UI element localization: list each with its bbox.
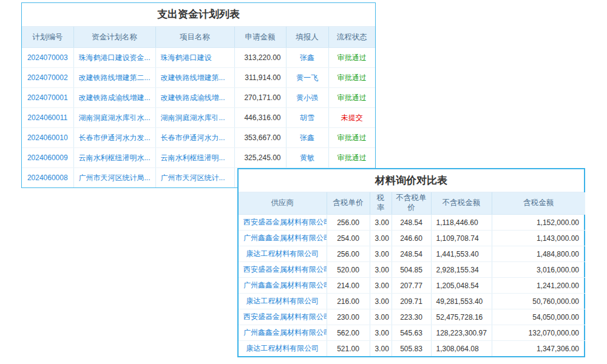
untaxed-amount-cell: 128,223,300.97 <box>431 325 492 341</box>
plan-no-cell[interactable]: 2024060009 <box>22 148 73 168</box>
untaxed-unit-price-cell: 207.77 <box>392 278 431 294</box>
untaxed-unit-price-cell: 505.83 <box>392 341 431 357</box>
apply-amount-cell: 313,220.00 <box>234 48 286 68</box>
taxed-unit-price-cell: 256.00 <box>327 215 370 231</box>
apply-amount-cell: 311,914.00 <box>234 68 286 88</box>
taxed-amount-cell: 1,484,800.00 <box>492 246 585 262</box>
table-row: 西安盛器金属材料有限公司230.003.00223.3052,475,728.1… <box>239 309 585 325</box>
column-header-process-status: 流程状态 <box>328 27 375 48</box>
plan-no-cell[interactable]: 2024060008 <box>22 168 73 188</box>
table-row: 2024060009云南水利枢纽潜明水...云南水利枢纽潜明...325,245… <box>22 148 375 168</box>
untaxed-amount-cell: 52,475,728.16 <box>431 309 492 325</box>
project-name-cell[interactable]: 改建铁路线增建第... <box>155 68 234 88</box>
plan-name-cell[interactable]: 广州市天河区统计局... <box>73 168 155 188</box>
supplier-cell[interactable]: 康达工程材料有限公司 <box>239 294 327 309</box>
plan-no-cell[interactable]: 2024070003 <box>22 48 73 68</box>
filler-cell[interactable]: 黄小强 <box>286 88 328 108</box>
column-header-taxed-unit-price: 含税单价 <box>327 192 370 215</box>
taxed-amount-cell: 1,241,200.00 <box>492 278 585 294</box>
screen: 支出资金计划列表 计划编号资金计划名称项目名称申请金额填报人流程状态202407… <box>0 0 607 364</box>
project-name-cell[interactable]: 广州市天河区统计... <box>155 168 234 188</box>
taxed-amount-cell: 1,347,306.00 <box>492 341 585 357</box>
header-row: 计划编号资金计划名称项目名称申请金额填报人流程状态 <box>22 27 375 48</box>
untaxed-amount-cell: 1,118,446.60 <box>431 215 492 231</box>
untaxed-unit-price-cell: 248.54 <box>392 215 431 231</box>
header-row: 供应商含税单价税率不含税单价不含税金额含税金额 <box>239 192 585 215</box>
project-name-cell[interactable]: 长春市伊通河水力... <box>155 128 234 148</box>
untaxed-unit-price-cell: 246.60 <box>392 231 431 246</box>
project-name-cell[interactable]: 云南水利枢纽潜明... <box>155 148 234 168</box>
untaxed-unit-price-cell: 223.30 <box>392 309 431 325</box>
tax-rate-cell: 3.00 <box>370 246 392 262</box>
tax-rate-cell: 3.00 <box>370 262 392 278</box>
table-row: 广州鑫鑫金属材料有限公司214.003.00207.771,205,048.54… <box>239 278 585 294</box>
process-status-cell: 审批通过 <box>328 48 375 68</box>
apply-amount-cell: 353,667.00 <box>234 128 286 148</box>
supplier-cell[interactable]: 西安盛器金属材料有限公司 <box>239 215 327 231</box>
filler-cell[interactable]: 张鑫 <box>286 128 328 148</box>
taxed-unit-price-cell: 216.00 <box>327 294 370 309</box>
plan-name-cell[interactable]: 改建铁路成渝线增建... <box>73 88 155 108</box>
project-name-cell[interactable]: 湖南洞庭湖水库引... <box>155 108 234 128</box>
plan-no-cell[interactable]: 2024070002 <box>22 68 73 88</box>
tax-rate-cell: 3.00 <box>370 309 392 325</box>
supplier-cell[interactable]: 广州鑫鑫金属材料有限公司 <box>239 278 327 294</box>
column-header-tax-rate: 税率 <box>370 192 392 215</box>
tax-rate-cell: 3.00 <box>370 231 392 246</box>
plan-name-cell[interactable]: 长春市伊通河水力发... <box>73 128 155 148</box>
plan-no-cell[interactable]: 2024070001 <box>22 88 73 108</box>
expense-plan-table: 计划编号资金计划名称项目名称申请金额填报人流程状态2024070003珠海鹤港口… <box>22 27 375 187</box>
plan-no-cell[interactable]: 2024060010 <box>22 128 73 148</box>
plan-name-cell[interactable]: 改建铁路线增建第二... <box>73 68 155 88</box>
column-header-plan-name: 资金计划名称 <box>73 27 155 48</box>
untaxed-unit-price-cell: 248.54 <box>392 246 431 262</box>
process-status-cell: 审批通过 <box>328 128 375 148</box>
material-inquiry-title: 材料询价对比表 <box>239 169 584 192</box>
untaxed-amount-cell: 2,928,155.34 <box>431 262 492 278</box>
material-inquiry-table: 供应商含税单价税率不含税单价不含税金额含税金额西安盛器金属材料有限公司256.0… <box>239 192 585 356</box>
table-row: 2024060010长春市伊通河水力发...长春市伊通河水力...353,667… <box>22 128 375 148</box>
column-header-supplier: 供应商 <box>239 192 327 215</box>
column-header-apply-amount: 申请金额 <box>234 27 286 48</box>
project-name-cell[interactable]: 改建铁路成渝线增... <box>155 88 234 108</box>
table-row: 2024070003珠海鹤港口建设资金...珠海鹤港口建设313,220.00张… <box>22 48 375 68</box>
untaxed-unit-price-cell: 545.63 <box>392 325 431 341</box>
supplier-cell[interactable]: 西安盛器金属材料有限公司 <box>239 309 327 325</box>
table-row: 西安盛器金属材料有限公司256.003.00248.541,118,446.60… <box>239 215 585 231</box>
tax-rate-cell: 3.00 <box>370 325 392 341</box>
filler-cell[interactable]: 黄一飞 <box>286 68 328 88</box>
untaxed-unit-price-cell: 504.85 <box>392 262 431 278</box>
apply-amount-cell: 270,171.00 <box>234 88 286 108</box>
plan-name-cell[interactable]: 珠海鹤港口建设资金... <box>73 48 155 68</box>
plan-name-cell[interactable]: 湖南洞庭湖水库引水... <box>73 108 155 128</box>
table-row: 康达工程材料有限公司521.003.00505.831,308,064.081,… <box>239 341 585 357</box>
column-header-project-name: 项目名称 <box>155 27 234 48</box>
filler-cell[interactable]: 黄敏 <box>286 148 328 168</box>
supplier-cell[interactable]: 康达工程材料有限公司 <box>239 341 327 357</box>
taxed-amount-cell: 3,016,000.00 <box>492 262 585 278</box>
project-name-cell[interactable]: 珠海鹤港口建设 <box>155 48 234 68</box>
expense-plan-panel: 支出资金计划列表 计划编号资金计划名称项目名称申请金额填报人流程状态202407… <box>21 2 376 188</box>
supplier-cell[interactable]: 康达工程材料有限公司 <box>239 246 327 262</box>
plan-name-cell[interactable]: 云南水利枢纽潜明水... <box>73 148 155 168</box>
process-status-cell: 审批通过 <box>328 68 375 88</box>
taxed-amount-cell: 132,070,000.00 <box>492 325 585 341</box>
process-status-cell: 未提交 <box>328 108 375 128</box>
filler-cell[interactable]: 胡雪 <box>286 108 328 128</box>
taxed-unit-price-cell: 520.00 <box>327 262 370 278</box>
supplier-cell[interactable]: 西安盛器金属材料有限公司 <box>239 262 327 278</box>
tax-rate-cell: 3.00 <box>370 278 392 294</box>
filler-cell[interactable]: 张鑫 <box>286 48 328 68</box>
taxed-unit-price-cell: 521.00 <box>327 341 370 357</box>
plan-no-cell[interactable]: 2024060011 <box>22 108 73 128</box>
material-inquiry-panel: 材料询价对比表 供应商含税单价税率不含税单价不含税金额含税金额西安盛器金属材料有… <box>237 168 585 357</box>
table-row: 广州鑫鑫金属材料有限公司254.003.00246.601,109,708.74… <box>239 231 585 246</box>
tax-rate-cell: 3.00 <box>370 294 392 309</box>
supplier-cell[interactable]: 广州鑫鑫金属材料有限公司 <box>239 325 327 341</box>
taxed-amount-cell: 1,152,000.00 <box>492 215 585 231</box>
process-status-cell: 审批通过 <box>328 88 375 108</box>
taxed-amount-cell: 50,760,000.00 <box>492 294 585 309</box>
untaxed-unit-price-cell: 209.71 <box>392 294 431 309</box>
column-header-plan-no: 计划编号 <box>22 27 73 48</box>
supplier-cell[interactable]: 广州鑫鑫金属材料有限公司 <box>239 231 327 246</box>
